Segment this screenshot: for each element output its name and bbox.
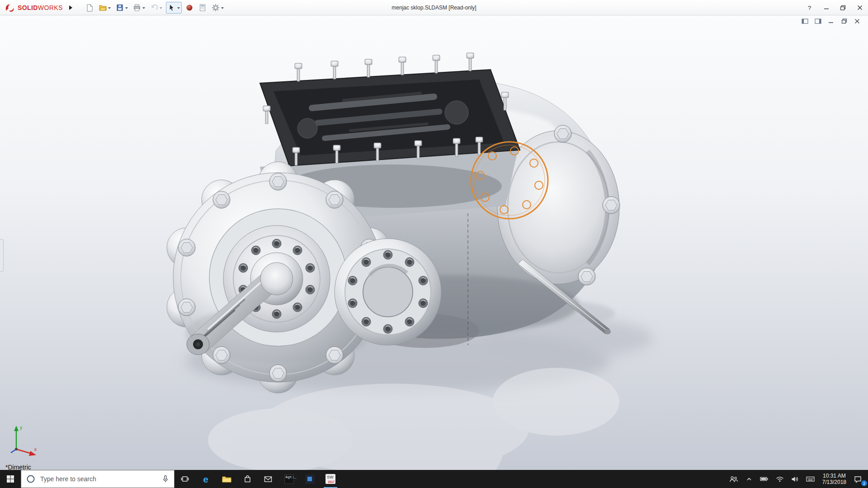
windows-taskbar: e &gt;_ [0,470,868,488]
taskbar-clock[interactable]: 10:31 AM 7/13/2018 [818,470,850,488]
triad-x-label: x [34,447,37,452]
minimize-button[interactable] [818,0,835,15]
restore-button[interactable] [835,0,851,15]
close-icon [857,5,863,10]
orientation-triad: y x [6,424,40,459]
minimize-icon [824,5,829,10]
speaker-icon [791,476,799,483]
menu-flyout-arrow-icon[interactable] [69,5,72,10]
wifi-icon [776,476,784,482]
brand-works: WORKS [38,4,63,11]
save-button[interactable] [114,2,129,14]
open-dropdown-arrow[interactable] [108,7,111,9]
save-icon [116,4,124,12]
solidworks-brand: SOLIDWORKS [5,3,63,12]
options-gear-icon [212,4,220,12]
restore-icon [840,5,846,10]
battery-button[interactable] [756,470,772,488]
show-hidden-icons-button[interactable] [742,470,756,488]
touch-keyboard-button[interactable] [802,470,818,488]
title-bar: SOLIDWORKS [0,0,868,15]
network-button[interactable] [772,470,788,488]
print-button[interactable] [132,2,146,14]
store-icon [244,475,251,483]
store-button[interactable] [237,470,258,488]
document-properties-icon [198,4,207,12]
triad-y-label: y [20,425,22,430]
battery-icon [760,476,769,482]
clock-time: 10:31 AM [822,473,846,479]
edge-button[interactable]: e [195,470,216,488]
ds-logo-icon [5,3,15,12]
volume-button[interactable] [788,470,802,488]
microphone-icon[interactable] [161,475,170,483]
start-button[interactable] [0,470,21,488]
windows-logo-icon [6,475,14,483]
taskbar-search-box[interactable] [21,470,175,488]
brand-solid: SOLID [18,4,38,11]
file-explorer-button[interactable] [216,470,237,488]
save-dropdown-arrow[interactable] [125,7,128,9]
brand-text: SOLIDWORKS [18,4,63,11]
quick-access-toolbar [84,2,225,14]
undo-icon [150,4,158,12]
system-tray: 10:31 AM 7/13/2018 2 [726,470,868,488]
options-dropdown-arrow[interactable] [221,7,224,9]
app-tile-button[interactable] [299,470,320,488]
select-cursor-icon [168,4,176,12]
action-center-button[interactable]: 2 [850,470,868,488]
open-folder-icon [99,4,107,12]
close-button[interactable] [851,0,868,15]
undo-button[interactable] [149,2,164,14]
help-button[interactable]: ? [801,0,818,15]
select-tool-button[interactable] [166,2,182,14]
touch-keyboard-icon [806,476,815,482]
mail-icon [264,476,272,483]
app-tile-icon [305,474,315,484]
graphics-area[interactable]: y x *Dimetric [0,15,868,470]
open-button[interactable] [97,2,112,14]
search-input[interactable] [40,475,157,483]
edge-icon: e [203,474,208,484]
document-window-controls [800,18,862,25]
doc-minimize-button[interactable] [826,18,835,25]
doc-restore-button[interactable] [840,18,849,25]
task-view-button[interactable] [175,470,195,488]
doc-pane-left-button[interactable] [800,18,809,25]
new-document-button[interactable] [84,2,95,14]
select-dropdown-arrow[interactable] [177,7,180,9]
doc-close-button[interactable] [853,18,862,25]
notification-badge: 2 [861,480,867,486]
chevron-up-icon [745,476,753,482]
print-icon [133,4,141,12]
people-icon [729,476,738,483]
appearance-button[interactable] [184,2,195,14]
people-button[interactable] [726,470,742,488]
mail-button[interactable] [258,470,278,488]
output-bearing-boss [335,239,441,345]
command-prompt-icon: &gt;_ [284,474,294,484]
window-controls: ? [801,0,868,15]
gearbox-assembly-model[interactable] [0,15,868,470]
print-dropdown-arrow[interactable] [142,7,145,9]
task-view-icon [181,475,189,483]
view-orientation-label: *Dimetric [5,464,31,470]
file-explorer-icon [222,475,231,483]
feature-tree-flyout-tab[interactable] [0,239,4,272]
solidworks-app-button[interactable]: SW 2017 [320,470,341,488]
doc-pane-right-button[interactable] [813,18,822,25]
action-center-icon [854,475,862,483]
new-document-icon [85,4,94,12]
clock-date: 7/13/2018 [822,479,846,485]
undo-dropdown-arrow[interactable] [160,7,162,9]
solidworks-window: SOLIDWORKS [0,0,868,488]
solidworks-app-icon: SW 2017 [326,474,335,484]
command-prompt-button[interactable]: &gt;_ [278,470,299,488]
cortana-icon [26,474,36,484]
options-button[interactable] [210,2,225,14]
document-properties-button[interactable] [197,2,208,14]
appearance-sphere-icon [185,4,193,12]
